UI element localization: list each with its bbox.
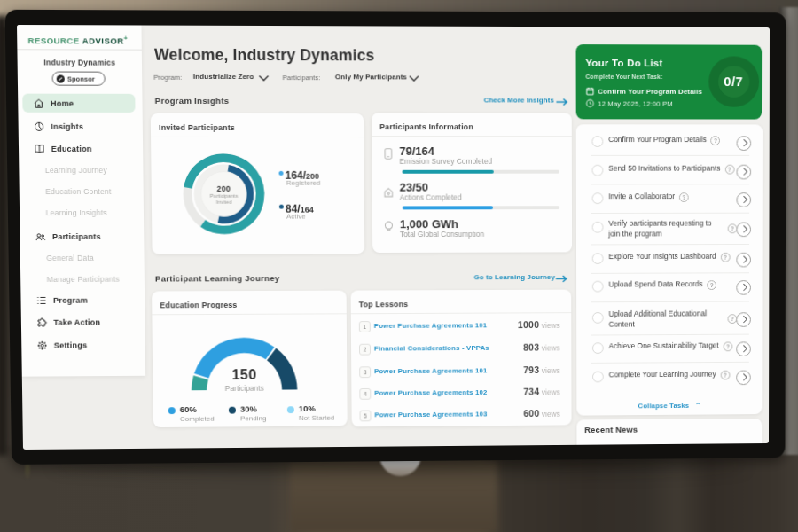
svg-text:Participants: Participants: [225, 384, 264, 393]
svg-text:200: 200: [216, 184, 231, 193]
svg-text:Participants: Participants: [210, 192, 239, 199]
svg-text:Invited: Invited: [216, 199, 232, 205]
svg-text:150: 150: [231, 367, 256, 383]
